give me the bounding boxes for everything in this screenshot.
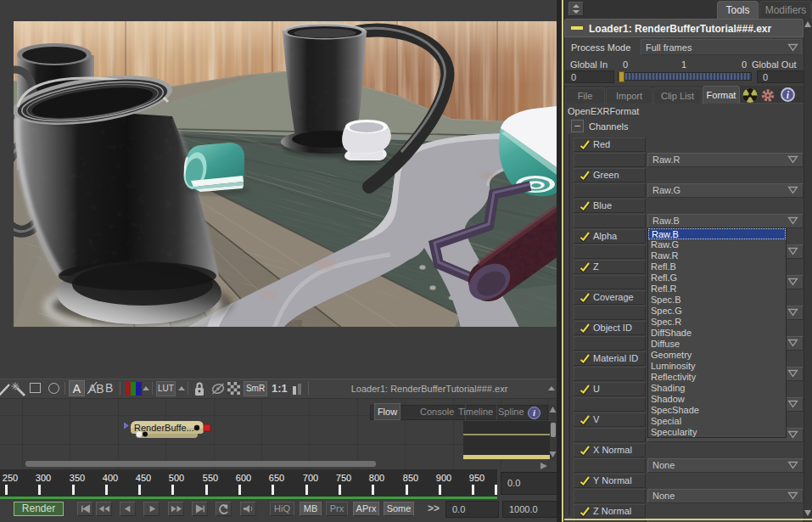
svg-text:RenderBuffe...: RenderBuffe... bbox=[134, 423, 194, 433]
svg-text:AB: AB bbox=[88, 382, 104, 396]
